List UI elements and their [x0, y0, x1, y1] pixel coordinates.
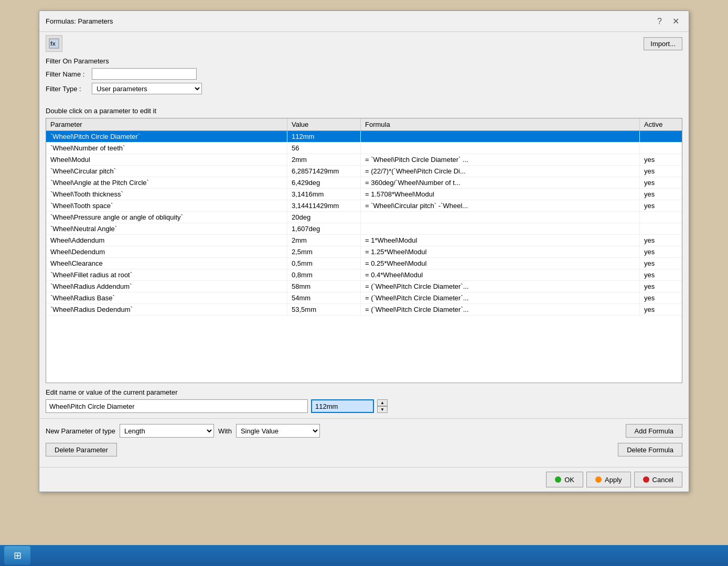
edit-name-input[interactable]: [46, 399, 308, 413]
cell-formula: = (`Wheel\Pitch Circle Diameter`...: [361, 304, 640, 315]
apply-button[interactable]: Apply: [586, 472, 631, 487]
cell-formula: = (22/7)*(`Wheel\Pitch Circle Di...: [361, 166, 640, 177]
cell-parameter: `Wheel\Angle at the Pitch Circle`: [46, 177, 287, 188]
cell-formula: [361, 223, 640, 234]
table-row[interactable]: `Wheel\Fillet radius at root` 0,8mm = 0.…: [46, 269, 682, 281]
col-header-active: Active: [640, 118, 682, 130]
table-row[interactable]: `Wheel\Angle at the Pitch Circle` 6,429d…: [46, 177, 682, 189]
table-row[interactable]: `Wheel\Pressure angle or angle of obliqu…: [46, 212, 682, 223]
close-button[interactable]: ✕: [669, 15, 682, 27]
cell-active: yes: [640, 246, 682, 257]
cell-value: 3,1416mm: [287, 189, 361, 200]
ok-button[interactable]: OK: [546, 472, 583, 487]
table-row[interactable]: Wheel\Addendum 2mm = 1*Wheel\Modul yes: [46, 235, 682, 246]
value-spinner[interactable]: ▲ ▼: [377, 399, 388, 413]
cell-parameter: `Wheel\Radius Base`: [46, 292, 287, 303]
cell-parameter: `Wheel\Pressure angle or angle of obliqu…: [46, 212, 287, 223]
cell-value: 2,5mm: [287, 246, 361, 257]
cell-formula: [361, 212, 640, 223]
cell-formula: = 0.25*Wheel\Modul: [361, 258, 640, 269]
with-label: With: [218, 427, 232, 435]
col-header-parameter: Parameter: [46, 118, 287, 130]
cell-value: 20deg: [287, 212, 361, 223]
edit-label: Edit name or value of the current parame…: [46, 388, 682, 396]
cell-formula: = `Wheel\Circular pitch` -`Wheel...: [361, 200, 640, 211]
spin-down-button[interactable]: ▼: [377, 406, 388, 413]
table-header: Parameter Value Formula Active: [46, 118, 682, 131]
apply-dot-icon: [595, 476, 602, 483]
cell-value: 112mm: [287, 131, 361, 142]
table-row[interactable]: `Wheel\Radius Addendum` 58mm = (`Wheel\P…: [46, 281, 682, 292]
filter-type-label: Filter Type :: [46, 85, 88, 93]
cell-active: yes: [640, 281, 682, 292]
edit-value-input[interactable]: [311, 399, 374, 413]
spin-up-button[interactable]: ▲: [377, 399, 388, 406]
table-row[interactable]: `Wheel\Tooth thickness` 3,1416mm = 1.570…: [46, 189, 682, 200]
hint-text: Double click on a parameter to edit it: [39, 104, 689, 118]
cell-value: 3,14411429mm: [287, 200, 361, 211]
svg-text:fx: fx: [50, 40, 56, 47]
cancel-button[interactable]: Cancel: [634, 472, 682, 487]
cell-parameter: `Wheel\Pitch Circle Diameter`: [46, 131, 287, 142]
cell-formula: = 1.5708*Wheel\Modul: [361, 189, 640, 200]
cell-active: yes: [640, 154, 682, 165]
table-row[interactable]: Wheel\Clearance 0,5mm = 0.25*Wheel\Modul…: [46, 258, 682, 269]
cell-formula: = 360deg/`Wheel\Number of t...: [361, 177, 640, 188]
cell-parameter: `Wheel\Radius Addendum`: [46, 281, 287, 292]
cell-parameter: `Wheel\Tooth thickness`: [46, 189, 287, 200]
cell-active: [640, 143, 682, 154]
col-header-value: Value: [287, 118, 361, 130]
cell-parameter: `Wheel\Tooth space`: [46, 200, 287, 211]
cell-active: [640, 131, 682, 142]
cell-formula: = `Wheel\Pitch Circle Diameter` ...: [361, 154, 640, 165]
table-body: `Wheel\Pitch Circle Diameter` 112mm `Whe…: [46, 131, 682, 383]
cell-active: yes: [640, 189, 682, 200]
table-row[interactable]: `Wheel\Circular pitch` 6,28571429mm = (2…: [46, 166, 682, 177]
table-row[interactable]: `Wheel\Tooth space` 3,14411429mm = `Whee…: [46, 200, 682, 212]
delete-parameter-button[interactable]: Delete Parameter: [46, 443, 117, 456]
ok-dot-icon: [555, 476, 561, 483]
cell-active: [640, 223, 682, 234]
cell-parameter: Wheel\Modul: [46, 154, 287, 165]
cell-value: 0,5mm: [287, 258, 361, 269]
cell-parameter: Wheel\Dedendum: [46, 246, 287, 257]
new-param-type-select[interactable]: Length Angle Integer Real String Boolean: [120, 424, 214, 438]
cell-value: 2mm: [287, 235, 361, 246]
cell-value: 54mm: [287, 292, 361, 303]
cell-value: 58mm: [287, 281, 361, 292]
cell-active: yes: [640, 269, 682, 280]
cell-parameter: `Wheel\Neutral Angle`: [46, 223, 287, 234]
table-row[interactable]: `Wheel\Pitch Circle Diameter` 112mm: [46, 131, 682, 143]
parameters-table: Parameter Value Formula Active `Wheel\Pi…: [46, 118, 682, 383]
table-row[interactable]: `Wheel\Radius Dedendum` 53,5mm = (`Wheel…: [46, 304, 682, 315]
table-row[interactable]: `Wheel\Radius Base` 54mm = (`Wheel\Pitch…: [46, 292, 682, 304]
filter-name-input[interactable]: [92, 68, 197, 80]
cell-active: yes: [640, 235, 682, 246]
cell-parameter: `Wheel\Circular pitch`: [46, 166, 287, 177]
cell-value: 1,607deg: [287, 223, 361, 234]
help-button[interactable]: ?: [654, 16, 665, 27]
import-button[interactable]: Import...: [644, 37, 682, 50]
cell-active: [640, 212, 682, 223]
filter-name-label: Filter Name :: [46, 70, 88, 78]
cell-value: 53,5mm: [287, 304, 361, 315]
cell-parameter: `Wheel\Radius Dedendum`: [46, 304, 287, 315]
windows-start-button[interactable]: ⊞: [4, 546, 30, 565]
formula-icon: fx: [49, 38, 59, 49]
cell-active: yes: [640, 304, 682, 315]
cell-formula: [361, 131, 640, 142]
filter-type-select[interactable]: User parameters All parameters External …: [92, 83, 202, 94]
table-row[interactable]: `Wheel\Neutral Angle` 1,607deg: [46, 223, 682, 235]
table-row[interactable]: Wheel\Dedendum 2,5mm = 1.25*Wheel\Modul …: [46, 246, 682, 258]
taskbar: ⊞: [0, 545, 728, 566]
table-row[interactable]: Wheel\Modul 2mm = `Wheel\Pitch Circle Di…: [46, 154, 682, 166]
cell-formula: = (`Wheel\Pitch Circle Diameter`...: [361, 292, 640, 303]
cell-value: 2mm: [287, 154, 361, 165]
with-select[interactable]: Single Value Formula: [236, 424, 320, 438]
cell-parameter: Wheel\Clearance: [46, 258, 287, 269]
toolbar-icon[interactable]: fx: [46, 35, 62, 52]
cell-parameter: `Wheel\Fillet radius at root`: [46, 269, 287, 280]
add-formula-button[interactable]: Add Formula: [626, 424, 682, 438]
delete-formula-button[interactable]: Delete Formula: [618, 443, 682, 456]
table-row[interactable]: `Wheel\Number of teeth` 56: [46, 143, 682, 154]
